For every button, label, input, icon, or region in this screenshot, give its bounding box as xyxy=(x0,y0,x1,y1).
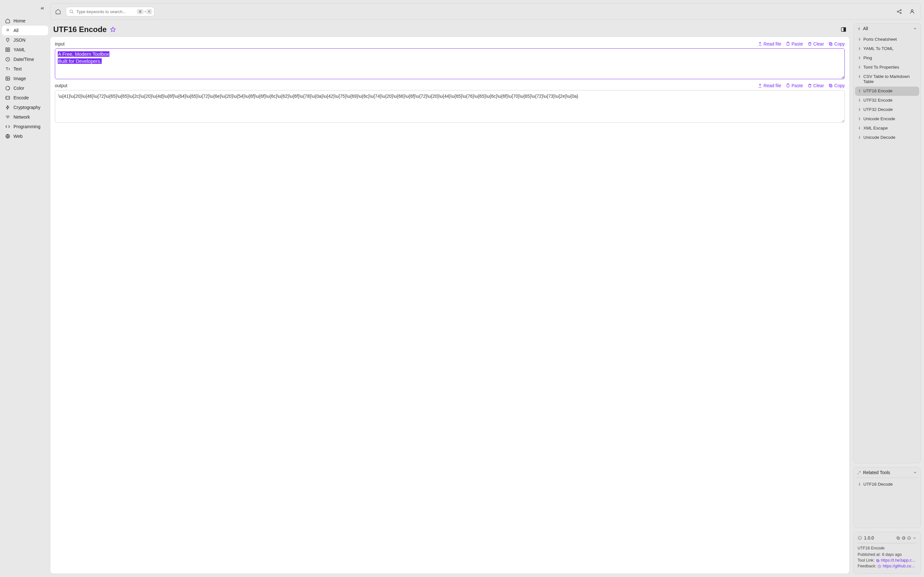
clock-icon xyxy=(5,57,10,62)
sidebar-item-encode[interactable]: Encode xyxy=(2,93,48,103)
input-value-line2: Built for Developers. xyxy=(58,58,102,64)
sidebar-item-home[interactable]: Home xyxy=(2,16,48,26)
sidebar-item-datetime[interactable]: Date/Time xyxy=(2,55,48,64)
svg-rect-24 xyxy=(897,537,900,540)
input-paste-button[interactable]: Paste xyxy=(786,41,803,47)
clock-icon xyxy=(877,564,881,568)
share-button[interactable] xyxy=(895,7,904,16)
output-textarea[interactable] xyxy=(55,90,845,123)
globe-icon xyxy=(5,134,10,139)
panel-icon xyxy=(841,27,846,32)
tool-item-label: UTF32 Encode xyxy=(863,98,893,103)
tool-item-utf32-decode[interactable]: UTF32 Decode xyxy=(855,105,919,114)
action-label: Paste xyxy=(792,83,803,88)
collapse-sidebar-button[interactable] xyxy=(39,5,46,12)
tool-item-csv-to-markdown[interactable]: CSV Table to Markdown Table xyxy=(855,72,919,87)
tool-item-unicode-encode[interactable]: Unicode Encode xyxy=(855,114,919,124)
home-button[interactable] xyxy=(54,8,62,15)
output-clear-button[interactable]: Clear xyxy=(808,83,824,88)
meta-tool-link[interactable]: https://t.he3app.co… xyxy=(881,558,917,562)
copy-icon[interactable] xyxy=(876,559,880,562)
resize-handle-icon xyxy=(841,75,844,78)
input-textarea[interactable]: A Free, Modern Toolbox Built for Develop… xyxy=(55,48,845,79)
trash-icon xyxy=(808,42,812,46)
pin-icon xyxy=(858,75,861,79)
tool-item-utf32-encode[interactable]: UTF32 Encode xyxy=(855,96,919,105)
globe-icon xyxy=(901,536,906,540)
expand-meta-button[interactable] xyxy=(913,536,917,540)
plug-icon xyxy=(5,37,10,43)
collapse-panel-button[interactable] xyxy=(913,26,917,31)
action-label: Clear xyxy=(813,83,824,88)
verify-button[interactable] xyxy=(907,536,911,540)
copy-meta-button[interactable] xyxy=(896,536,900,540)
sidebar-item-label: Programming xyxy=(13,124,40,129)
toggle-panel-button[interactable] xyxy=(841,27,846,32)
svg-rect-17 xyxy=(787,42,789,45)
svg-rect-3 xyxy=(8,50,10,52)
version-label: 1.0.0 xyxy=(864,535,874,540)
code-icon xyxy=(5,124,10,129)
tool-item-ping[interactable]: Ping xyxy=(855,53,919,63)
input-section-header: input Read file Paste Clear xyxy=(55,41,845,47)
svg-rect-22 xyxy=(829,84,832,86)
chevron-down-icon xyxy=(913,470,917,475)
input-label: input xyxy=(55,41,65,47)
content-card: input Read file Paste Clear xyxy=(50,37,850,574)
panel-related-header[interactable]: Related Tools xyxy=(854,467,921,478)
open-web-button[interactable] xyxy=(901,536,906,540)
sidebar-item-label: Encode xyxy=(13,95,29,100)
search-shortcut: ⌘ + K xyxy=(137,9,152,14)
sidebar-item-cryptography[interactable]: Cryptography xyxy=(2,103,48,112)
output-paste-button[interactable]: Paste xyxy=(786,83,803,88)
sidebar-item-yaml[interactable]: YAML xyxy=(2,45,48,55)
collapse-panel-button[interactable] xyxy=(913,470,917,475)
color-icon xyxy=(5,85,10,91)
pin-icon xyxy=(5,28,10,33)
sidebar-item-image[interactable]: Image xyxy=(2,74,48,83)
pin-icon xyxy=(858,65,861,69)
sidebar-item-json[interactable]: JSON xyxy=(2,35,48,45)
tool-item-label: UTF16 Encode xyxy=(863,89,893,94)
tool-item-label: XML Escape xyxy=(863,126,888,131)
input-read-file-button[interactable]: Read file xyxy=(758,41,781,47)
sidebar-item-label: Text xyxy=(13,66,22,71)
sidebar-item-label: Network xyxy=(13,114,30,119)
input-clear-button[interactable]: Clear xyxy=(808,41,824,47)
meta-feedback-link[interactable]: https://github.com/… xyxy=(883,564,917,568)
search-box[interactable]: ⌘ + K xyxy=(66,7,154,16)
wifi-icon xyxy=(5,114,10,119)
right-column: All Ports Cheatsheet YAML To TOML Ping T… xyxy=(853,23,921,574)
tool-item-toml-to-properties[interactable]: Toml To Properties xyxy=(855,63,919,72)
tool-item-yaml-to-toml[interactable]: YAML To TOML xyxy=(855,44,919,53)
pin-icon xyxy=(858,117,861,121)
panel-all-header[interactable]: All xyxy=(854,23,921,34)
sidebar-item-color[interactable]: Color xyxy=(2,83,48,93)
svg-point-6 xyxy=(7,77,8,79)
output-copy-button[interactable]: Copy xyxy=(829,83,845,88)
panel-header-label: All xyxy=(863,26,868,31)
tool-item-xml-escape[interactable]: XML Escape xyxy=(855,124,919,133)
tool-item-utf16-encode[interactable]: UTF16 Encode xyxy=(855,87,919,96)
info-icon xyxy=(858,536,862,540)
svg-rect-20 xyxy=(787,84,789,87)
sidebar-item-all[interactable]: All xyxy=(2,26,48,35)
sidebar-item-text[interactable]: Text xyxy=(2,64,48,74)
tool-item-unicode-decode[interactable]: Unicode Decode xyxy=(855,133,919,142)
sidebar-item-network[interactable]: Network xyxy=(2,112,48,122)
search-input[interactable] xyxy=(76,9,134,14)
sidebar-item-web[interactable]: Web xyxy=(2,131,48,141)
kbd-cmd: ⌘ xyxy=(137,9,144,14)
account-button[interactable] xyxy=(908,7,917,16)
meta-published-value: 6 days ago xyxy=(882,552,901,557)
svg-rect-5 xyxy=(6,77,10,81)
favorite-button[interactable] xyxy=(110,27,116,32)
sidebar-item-programming[interactable]: Programming xyxy=(2,122,48,131)
related-item-utf16-decode[interactable]: UTF16 Decode xyxy=(855,480,919,489)
home-icon xyxy=(5,18,10,23)
input-copy-button[interactable]: Copy xyxy=(829,41,845,47)
main: ⌘ + K UTF16 Encode xyxy=(50,0,924,577)
tool-item-ports-cheatsheet[interactable]: Ports Cheatsheet xyxy=(855,35,919,44)
pin-icon xyxy=(858,89,861,93)
output-read-file-button[interactable]: Read file xyxy=(758,83,781,88)
